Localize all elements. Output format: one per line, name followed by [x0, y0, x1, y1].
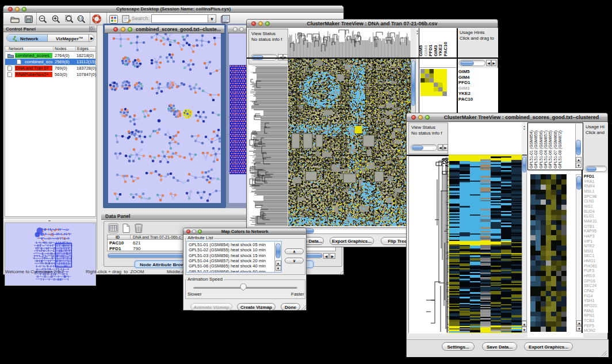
- svg-text:PAC10: PAC10: [443, 41, 448, 56]
- svg-text:GPL51-02 (GSM855): GPL51-02 (GSM855): [534, 131, 538, 168]
- svg-text:GPL51-08 (GSM872): GPL51-08 (GSM872): [558, 131, 563, 168]
- svg-text:1:1: 1:1: [78, 17, 82, 20]
- svg-text:GPL51-06 (GSM865): GPL51-06 (GSM865): [548, 131, 553, 168]
- svg-text:GPL51-07 (GSM868): GPL51-07 (GSM868): [553, 131, 558, 168]
- svg-text:GPL51-03 (GSM856): GPL51-03 (GSM856): [539, 131, 544, 168]
- svg-text:GPL51-04 (GSM857): GPL51-04 (GSM857): [544, 131, 548, 168]
- svg-text:GPL51-01 (GSM854): GPL51-01 (GSM854): [529, 131, 534, 168]
